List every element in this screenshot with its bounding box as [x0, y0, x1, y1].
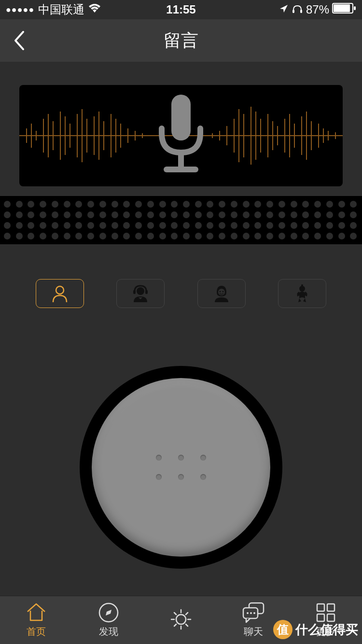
- tab-discover[interactable]: 发现: [72, 596, 145, 644]
- person-icon: [50, 284, 70, 303]
- watermark-badge: 值: [273, 620, 292, 639]
- svg-point-58: [222, 291, 223, 293]
- microphone-icon: [154, 95, 208, 177]
- svg-point-74: [250, 612, 252, 614]
- baby-icon: [292, 284, 312, 303]
- status-bar: ●●●●● 中国联通 11:55 87%: [0, 0, 362, 19]
- record-button-inner: [92, 378, 270, 557]
- speaker-grille: [0, 196, 362, 244]
- location-icon: [279, 3, 289, 16]
- signal-strength-icon: ●●●●●: [6, 5, 34, 15]
- operator-icon: [131, 284, 150, 303]
- status-right: 87%: [279, 3, 356, 16]
- svg-point-52: [56, 286, 64, 294]
- svg-rect-1: [300, 10, 302, 13]
- brightness-icon: [169, 609, 193, 630]
- svg-line-69: [186, 613, 188, 615]
- nav-bar: 留言: [0, 19, 362, 62]
- tab-label: 首页: [27, 625, 46, 638]
- svg-rect-55: [145, 290, 148, 294]
- svg-rect-49: [171, 95, 191, 140]
- svg-point-60: [301, 284, 303, 286]
- svg-rect-3: [334, 4, 350, 12]
- watermark-text: 什么值得买: [295, 621, 358, 638]
- svg-rect-0: [292, 10, 294, 13]
- tab-brightness[interactable]: [145, 596, 217, 644]
- svg-rect-76: [317, 604, 324, 611]
- voice-option-person[interactable]: [36, 279, 84, 308]
- voice-options-row: [0, 279, 362, 308]
- svg-point-59: [299, 286, 305, 292]
- svg-point-57: [219, 291, 221, 293]
- svg-rect-54: [133, 290, 136, 294]
- chevron-left-icon: [14, 30, 25, 51]
- record-area: [0, 366, 362, 569]
- battery-icon: [332, 3, 356, 16]
- svg-line-67: [174, 613, 176, 615]
- svg-line-68: [186, 624, 188, 626]
- svg-point-53: [137, 287, 144, 295]
- woman-icon: [212, 284, 231, 303]
- svg-rect-4: [354, 6, 356, 10]
- voice-option-operator[interactable]: [116, 279, 165, 308]
- tab-label: 聊天: [244, 625, 263, 638]
- watermark: 值 什么值得买: [273, 620, 358, 639]
- wifi-icon: [88, 3, 101, 16]
- tab-home[interactable]: 首页: [0, 596, 72, 644]
- page-title: 留言: [164, 29, 198, 53]
- svg-rect-77: [327, 604, 334, 611]
- svg-point-73: [247, 612, 249, 614]
- svg-point-75: [253, 612, 255, 614]
- voice-option-baby[interactable]: [278, 279, 326, 308]
- status-left: ●●●●● 中国联通: [6, 2, 101, 17]
- back-button[interactable]: [10, 26, 29, 55]
- tab-label: 发现: [99, 625, 118, 638]
- battery-percent: 87%: [306, 3, 329, 16]
- chat-icon: [241, 602, 265, 623]
- status-time: 11:55: [166, 3, 195, 16]
- svg-line-70: [174, 624, 176, 626]
- record-button[interactable]: [80, 366, 282, 569]
- headphones-icon: [292, 3, 303, 16]
- compass-icon: [98, 602, 119, 623]
- carrier-label: 中国联通: [38, 2, 84, 17]
- svg-point-62: [176, 615, 186, 624]
- waveform-display: [19, 85, 343, 186]
- home-icon: [26, 602, 47, 623]
- voice-option-woman[interactable]: [197, 279, 246, 308]
